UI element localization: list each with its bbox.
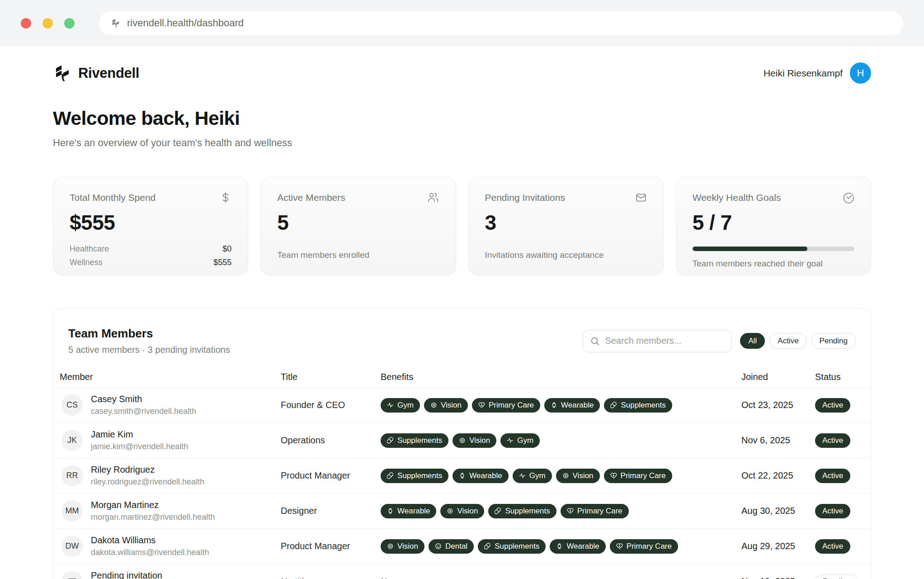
benefit-label: Vision bbox=[573, 471, 594, 480]
page-subtitle: Here's an overview of your team's health… bbox=[53, 137, 871, 149]
supplements-icon bbox=[387, 472, 394, 479]
table-row[interactable]: CSCasey Smithcasey.smith@rivendell.healt… bbox=[53, 388, 871, 423]
benefit-chip: Wearable bbox=[550, 539, 605, 554]
table-row[interactable]: DWDakota Williamsdakota.williams@rivende… bbox=[53, 529, 871, 564]
benefit-label: Supplements bbox=[397, 436, 442, 445]
stat-value: $555 bbox=[70, 210, 231, 235]
member-title: Product Manager bbox=[281, 541, 381, 551]
table-row[interactable]: JKJamie Kimjamie.kim@rivendell.healthOpe… bbox=[53, 423, 871, 458]
brand-leaf-icon bbox=[53, 64, 72, 83]
benefit-chip: Supplements bbox=[381, 433, 448, 448]
member-cell: Pending invitationriley.kim@rivendell.he… bbox=[60, 570, 281, 579]
search-members-input[interactable] bbox=[583, 330, 732, 352]
column-header-joined: Joined bbox=[741, 372, 815, 382]
filter-all[interactable]: All bbox=[740, 333, 765, 349]
benefit-label: Wearable bbox=[566, 542, 599, 551]
primary-care-icon bbox=[610, 472, 617, 479]
benefit-label: Gym bbox=[517, 436, 533, 445]
status-badge: Active bbox=[815, 433, 850, 448]
stat-label: Weekly Health Goals bbox=[693, 192, 781, 203]
users-icon bbox=[428, 192, 439, 204]
stat-cards: Total Monthly Spend $555 Healthcare $0 W… bbox=[53, 177, 871, 275]
stat-footnote: Invitations awaiting acceptance bbox=[485, 250, 647, 260]
wearable-icon bbox=[459, 472, 466, 479]
table-header: MemberTitleBenefitsJoinedStatus bbox=[53, 367, 871, 388]
stat-label: Pending Invitations bbox=[485, 192, 565, 203]
filter-pills: AllActivePending bbox=[740, 333, 856, 349]
joined-date: Oct 22, 2025 bbox=[741, 470, 815, 481]
column-header-status: Status bbox=[815, 372, 864, 382]
filter-active[interactable]: Active bbox=[769, 333, 806, 349]
stat-value: 3 bbox=[485, 210, 647, 235]
wearable-icon bbox=[387, 508, 394, 514]
member-title: Operations bbox=[281, 435, 381, 446]
table-body: CSCasey Smithcasey.smith@rivendell.healt… bbox=[53, 388, 871, 579]
member-name: Riley Rodriguez bbox=[91, 465, 204, 475]
table-row[interactable]: Pending invitationriley.kim@rivendell.he… bbox=[53, 564, 871, 579]
member-name: Casey Smith bbox=[91, 394, 196, 404]
team-members-subtitle: 5 active members · 3 pending invitations bbox=[68, 345, 230, 355]
benefit-label: Vision bbox=[441, 401, 462, 410]
mail-icon bbox=[61, 571, 83, 579]
benefit-chip: Primary Care bbox=[561, 504, 629, 518]
window-minimize-button[interactable] bbox=[42, 18, 53, 28]
team-members-title: Team Members bbox=[68, 327, 230, 341]
member-email: casey.smith@rivendell.health bbox=[91, 407, 196, 416]
team-members-panel: Team Members 5 active members · 3 pendin… bbox=[53, 308, 871, 579]
status-badge: Pending bbox=[815, 574, 858, 579]
primary-care-icon bbox=[478, 402, 485, 408]
benefit-chip: Vision bbox=[556, 469, 600, 483]
benefit-chip: Vision bbox=[381, 539, 424, 554]
benefit-label: Supplements bbox=[397, 471, 442, 480]
health-goal-progress-fill bbox=[693, 247, 807, 251]
benefit-label: Primary Care bbox=[489, 401, 534, 410]
member-cell: RRRiley Rodriguezriley.rodriguez@rivende… bbox=[60, 465, 281, 487]
member-avatar: CS bbox=[61, 394, 83, 416]
filter-pending[interactable]: Pending bbox=[811, 333, 856, 349]
stat-card-weekly-health-goals: Weekly Health Goals 5 / 7 Team members r… bbox=[676, 177, 871, 275]
stat-value: 5 bbox=[277, 210, 439, 235]
user-name: Heiki Riesenkampf bbox=[764, 68, 843, 79]
vision-icon bbox=[459, 437, 466, 444]
benefit-chip: Vision bbox=[440, 504, 484, 518]
benefit-label: Vision bbox=[457, 507, 478, 516]
wearable-icon bbox=[556, 543, 563, 550]
stat-card-pending-invitations: Pending Invitations 3 Invitations awaiti… bbox=[468, 177, 664, 275]
benefit-chip: Primary Care bbox=[472, 398, 540, 413]
user-avatar[interactable]: H bbox=[850, 62, 871, 84]
user-menu[interactable]: Heiki Riesenkampf H bbox=[764, 62, 871, 84]
brand[interactable]: Rivendell bbox=[53, 64, 139, 83]
page-title: Welcome back, Heiki bbox=[53, 107, 871, 129]
benefit-label: Supplements bbox=[505, 507, 550, 516]
vision-icon bbox=[447, 508, 453, 514]
dental-icon bbox=[435, 543, 442, 550]
window-controls bbox=[21, 18, 75, 28]
site-favicon-leaf-icon bbox=[111, 18, 121, 28]
primary-care-icon bbox=[567, 508, 574, 514]
benefit-chip: Wearable bbox=[381, 504, 436, 518]
gym-icon bbox=[507, 437, 514, 444]
benefit-label: Gym bbox=[529, 471, 546, 480]
browser-chrome: rivendell.health/dashboard bbox=[0, 0, 924, 46]
benefit-label: Wearable bbox=[469, 471, 502, 480]
breakdown-value: $0 bbox=[222, 244, 231, 254]
vision-icon bbox=[387, 543, 394, 550]
benefit-label: Dental bbox=[445, 542, 467, 551]
vision-icon bbox=[562, 472, 569, 479]
stat-label: Total Monthly Spend bbox=[70, 192, 156, 203]
breakdown-value: $555 bbox=[213, 258, 231, 267]
gym-icon bbox=[519, 472, 526, 479]
table-row[interactable]: RRRiley Rodriguezriley.rodriguez@rivende… bbox=[53, 458, 871, 494]
window-close-button[interactable] bbox=[21, 18, 31, 28]
check-circle-icon bbox=[843, 192, 854, 204]
window-zoom-button[interactable] bbox=[64, 18, 75, 28]
benefit-chip: Supplements bbox=[478, 539, 546, 554]
member-email: dakota.williams@rivendell.health bbox=[91, 548, 209, 557]
gym-icon bbox=[387, 402, 394, 408]
table-row[interactable]: MMMorgan Martinezmorgan.martinez@rivende… bbox=[53, 494, 871, 529]
member-title: Product Manager bbox=[281, 470, 381, 481]
url-bar[interactable]: rivendell.health/dashboard bbox=[99, 11, 903, 35]
wearable-icon bbox=[551, 402, 557, 408]
benefit-chip: Wearable bbox=[544, 398, 600, 413]
supplements-icon bbox=[484, 543, 491, 550]
